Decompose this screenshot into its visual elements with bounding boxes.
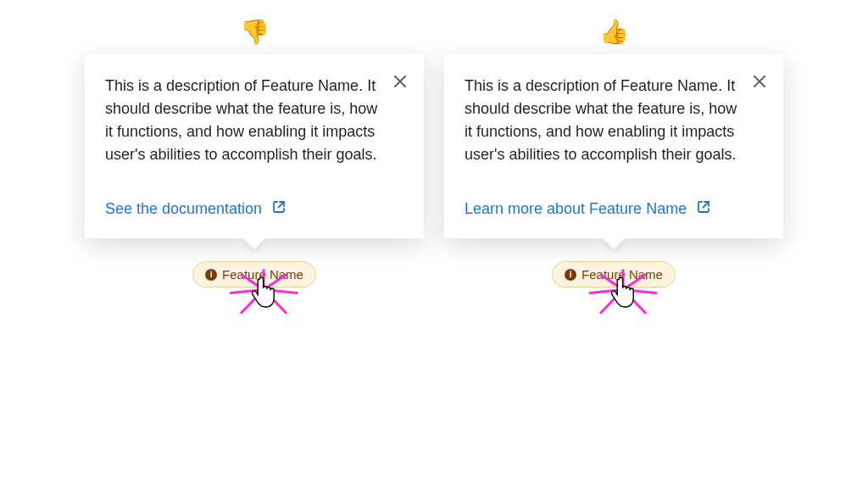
thumbs-up-icon: 👍 xyxy=(599,20,629,44)
feature-chip[interactable]: i Feature Name xyxy=(192,261,316,288)
example-good: 👍 This is a description of Feature Name.… xyxy=(444,20,783,288)
example-bad: 👎 This is a description of Feature Name.… xyxy=(85,20,424,288)
popover-card: This is a description of Feature Name. I… xyxy=(444,54,783,238)
feature-chip[interactable]: i Feature Name xyxy=(552,261,676,288)
popover-card: This is a description of Feature Name. I… xyxy=(85,54,424,238)
svg-line-10 xyxy=(623,289,646,313)
svg-line-4 xyxy=(241,289,264,313)
learn-more-link[interactable]: Learn more about Feature Name xyxy=(465,200,710,218)
chip-label: Feature Name xyxy=(581,267,663,282)
thumbs-down-icon: 👎 xyxy=(240,20,270,44)
svg-line-12 xyxy=(589,289,623,293)
documentation-link[interactable]: See the documentation xyxy=(105,200,286,218)
popover-arrow xyxy=(242,237,266,249)
close-icon[interactable] xyxy=(751,73,768,90)
svg-line-5 xyxy=(230,289,264,293)
svg-line-2 xyxy=(264,289,298,293)
info-icon: i xyxy=(205,269,217,281)
svg-line-9 xyxy=(623,289,657,293)
link-label: Learn more about Feature Name xyxy=(465,200,687,218)
popover-arrow xyxy=(602,237,626,249)
chip-label: Feature Name xyxy=(222,267,303,282)
close-icon[interactable] xyxy=(392,73,409,90)
popover-description: This is a description of Feature Name. I… xyxy=(465,75,743,166)
link-label: See the documentation xyxy=(105,200,262,218)
external-link-icon xyxy=(272,200,286,218)
svg-line-11 xyxy=(600,289,623,313)
popover-description: This is a description of Feature Name. I… xyxy=(105,75,383,166)
svg-line-3 xyxy=(264,289,287,313)
external-link-icon xyxy=(697,200,710,218)
info-icon: i xyxy=(565,269,576,281)
